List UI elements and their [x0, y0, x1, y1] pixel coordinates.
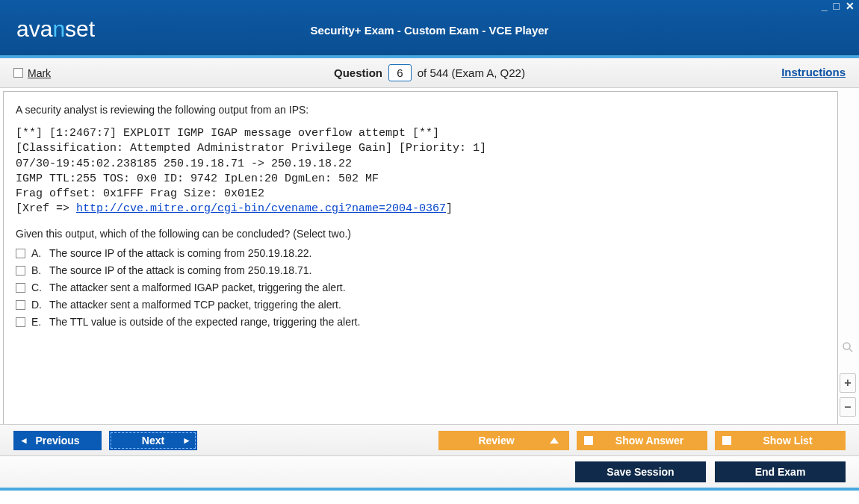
- question-word: Question: [334, 66, 382, 79]
- checkbox-icon: [722, 436, 731, 445]
- option-d-checkbox[interactable]: [16, 300, 25, 310]
- nav-row: ◄ Previous Next ► Review Show Answer Sho…: [0, 425, 859, 456]
- option-a-text: The source IP of the attack is coming fr…: [49, 247, 312, 259]
- option-d-text: The attacker sent a malformed TCP packet…: [49, 299, 341, 311]
- title-bar: avanset Security+ Exam - Custom Exam - V…: [0, 0, 859, 58]
- previous-button[interactable]: ◄ Previous: [13, 431, 102, 450]
- search-icon[interactable]: [840, 340, 856, 360]
- zoom-column: + –: [838, 88, 859, 424]
- svg-point-0: [843, 343, 850, 349]
- question-progress: Question 6 of 544 (Exam A, Q22): [0, 64, 859, 81]
- options-list: A. The source IP of the attack is coming…: [16, 247, 825, 328]
- review-button[interactable]: Review: [438, 431, 569, 450]
- triangle-up-icon: [550, 438, 559, 444]
- window-controls: _ □ ✕: [820, 0, 856, 12]
- option-b-text: The source IP of the attack is coming fr…: [49, 264, 312, 276]
- option-e-checkbox[interactable]: [16, 317, 25, 327]
- svg-line-1: [849, 349, 852, 352]
- zoom-out-button[interactable]: –: [840, 397, 856, 417]
- option-d[interactable]: D. The attacker sent a malformed TCP pac…: [16, 299, 825, 311]
- option-e[interactable]: E. The TTL value is outside of the expec…: [16, 316, 825, 328]
- show-answer-button[interactable]: Show Answer: [577, 431, 707, 450]
- next-button[interactable]: Next ►: [109, 431, 197, 450]
- option-c-text: The attacker sent a malformed IGAP packe…: [49, 281, 346, 293]
- show-list-button[interactable]: Show List: [715, 431, 846, 450]
- option-c-checkbox[interactable]: [16, 283, 25, 293]
- option-e-letter: E.: [31, 316, 43, 328]
- option-a-letter: A.: [31, 247, 43, 259]
- window-title: Security+ Exam - Custom Exam - VCE Playe…: [0, 24, 859, 37]
- close-icon[interactable]: ✕: [844, 0, 856, 12]
- question-context: of 544 (Exam A, Q22): [418, 66, 525, 79]
- option-a-checkbox[interactable]: [16, 249, 25, 258]
- cve-link[interactable]: http://cve.mitre.org/cgi-bin/cvename.cgi…: [76, 202, 446, 215]
- question-number[interactable]: 6: [388, 64, 411, 81]
- content-wrap: A security analyst is reviewing the foll…: [0, 88, 859, 425]
- chevron-right-icon: ►: [182, 435, 191, 446]
- footer-border: [0, 488, 859, 491]
- save-session-button[interactable]: Save Session: [575, 461, 706, 482]
- option-b-checkbox[interactable]: [16, 266, 25, 276]
- question-prompt: Given this output, which of the followin…: [16, 228, 825, 240]
- chevron-left-icon: ◄: [19, 435, 28, 446]
- option-b-letter: B.: [31, 264, 43, 276]
- option-c[interactable]: C. The attacker sent a malformed IGAP pa…: [16, 281, 825, 293]
- checkbox-icon: [584, 436, 593, 445]
- zoom-in-button[interactable]: +: [840, 373, 856, 393]
- minimize-icon[interactable]: _: [820, 0, 829, 12]
- option-e-text: The TTL value is outside of the expected…: [49, 316, 360, 328]
- ips-output: [**] [1:2467:7] EXPLOIT IGMP IGAP messag…: [16, 126, 825, 217]
- question-intro: A security analyst is reviewing the foll…: [16, 104, 825, 116]
- question-toolbar: Mark Question 6 of 544 (Exam A, Q22) Ins…: [0, 58, 859, 88]
- maximize-icon[interactable]: □: [832, 0, 841, 12]
- option-d-letter: D.: [31, 299, 43, 311]
- option-b[interactable]: B. The source IP of the attack is coming…: [16, 264, 825, 276]
- instructions-link[interactable]: Instructions: [781, 66, 846, 78]
- option-c-letter: C.: [31, 281, 43, 293]
- session-row: Save Session End Exam: [0, 456, 859, 488]
- option-a[interactable]: A. The source IP of the attack is coming…: [16, 247, 825, 259]
- end-exam-button[interactable]: End Exam: [715, 461, 846, 482]
- question-pane: A security analyst is reviewing the foll…: [3, 91, 838, 424]
